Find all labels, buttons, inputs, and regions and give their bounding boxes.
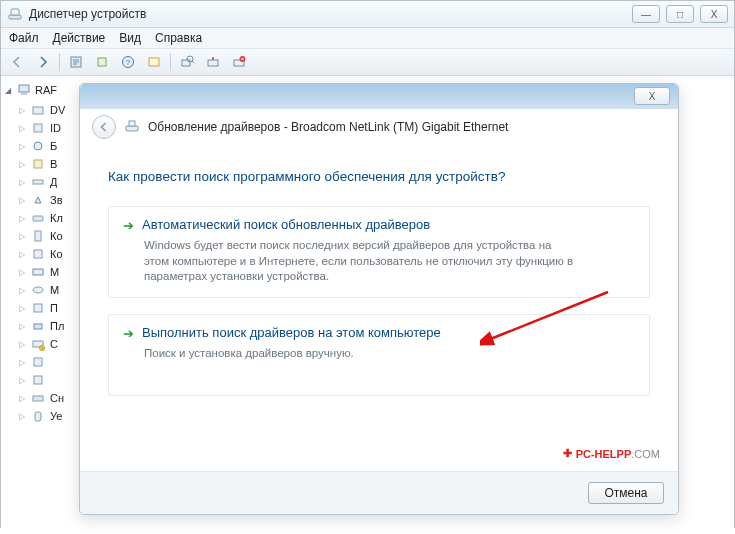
- watermark-suffix: .COM: [631, 448, 660, 460]
- dialog-close-button[interactable]: X: [634, 87, 670, 105]
- device-icon: [30, 228, 46, 244]
- window-title: Диспетчер устройств: [29, 7, 632, 21]
- device-icon: [30, 408, 46, 424]
- device-icon: [30, 354, 46, 370]
- device-manager-icon: [7, 6, 23, 22]
- expand-icon[interactable]: ▷: [17, 142, 26, 151]
- menu-action[interactable]: Действие: [53, 31, 106, 45]
- menubar: Файл Действие Вид Справка: [1, 28, 734, 49]
- option-description: Поиск и установка драйверов вручную.: [144, 346, 574, 362]
- svg-rect-31: [33, 396, 43, 401]
- option-title: Автоматический поиск обновленных драйвер…: [142, 217, 430, 232]
- device-icon: [30, 156, 46, 172]
- svg-rect-14: [33, 107, 43, 114]
- expand-icon[interactable]: ▷: [17, 232, 26, 241]
- svg-rect-17: [34, 160, 42, 168]
- cancel-button[interactable]: Отмена: [588, 482, 664, 504]
- toolbar-separator: [59, 53, 60, 71]
- expand-icon[interactable]: ▷: [17, 376, 26, 385]
- options-group: ➔ Автоматический поиск обновленных драйв…: [108, 206, 650, 396]
- device-manager-window: Диспетчер устройств — □ X Файл Действие …: [0, 0, 735, 528]
- svg-rect-0: [9, 15, 21, 19]
- menu-view[interactable]: Вид: [119, 31, 141, 45]
- menu-help[interactable]: Справка: [155, 31, 202, 45]
- toolbar-btn-3[interactable]: [142, 50, 166, 74]
- expand-icon[interactable]: ▷: [17, 340, 26, 349]
- expand-icon[interactable]: ▷: [17, 322, 26, 331]
- svg-rect-30: [34, 376, 42, 384]
- device-icon: [30, 210, 46, 226]
- svg-rect-9: [208, 60, 218, 66]
- svg-rect-32: [35, 412, 41, 421]
- device-icon: [30, 138, 46, 154]
- expand-icon[interactable]: ▷: [17, 106, 26, 115]
- dialog-body: Как провести поиск программного обеспече…: [80, 147, 678, 396]
- tree-node-label: ID: [50, 122, 61, 134]
- tree-node-label: С: [50, 338, 58, 350]
- expand-icon[interactable]: ▷: [17, 304, 26, 313]
- toolbar: ?: [1, 49, 734, 76]
- expand-icon[interactable]: ▷: [17, 214, 26, 223]
- close-button[interactable]: X: [700, 5, 728, 23]
- svg-rect-20: [35, 231, 41, 241]
- tree-node-label: Пл: [50, 320, 64, 332]
- device-icon: [30, 246, 46, 262]
- uninstall-icon[interactable]: [227, 50, 251, 74]
- maximize-button[interactable]: □: [666, 5, 694, 23]
- forward-icon[interactable]: [31, 50, 55, 74]
- back-icon[interactable]: [5, 50, 29, 74]
- tree-root-label: RAF: [35, 84, 57, 96]
- svg-rect-24: [34, 304, 42, 312]
- toolbar-separator: [170, 53, 171, 71]
- tree-node-label: М: [50, 284, 59, 296]
- svg-point-16: [34, 142, 42, 150]
- titlebar: Диспетчер устройств — □ X: [1, 1, 734, 28]
- svg-rect-15: [34, 124, 42, 132]
- computer-icon: [17, 82, 31, 98]
- toolbar-btn-2[interactable]: [90, 50, 114, 74]
- tree-node-label: Д: [50, 176, 57, 188]
- dialog-title: Обновление драйверов - Broadcom NetLink …: [148, 120, 508, 134]
- svg-rect-21: [34, 250, 42, 258]
- expand-icon[interactable]: ▷: [17, 160, 26, 169]
- help-icon[interactable]: ?: [116, 50, 140, 74]
- expand-icon[interactable]: ▷: [17, 250, 26, 259]
- back-button[interactable]: [92, 115, 116, 139]
- svg-rect-13: [21, 93, 27, 95]
- expand-icon[interactable]: ▷: [17, 394, 26, 403]
- svg-rect-29: [34, 358, 42, 366]
- window-buttons: — □ X: [632, 5, 728, 23]
- arrow-right-icon: ➔: [123, 217, 134, 234]
- option-browse-computer[interactable]: ➔ Выполнить поиск драйверов на этом комп…: [108, 314, 650, 396]
- tree-node-label: Б: [50, 140, 57, 152]
- option-auto-search[interactable]: ➔ Автоматический поиск обновленных драйв…: [108, 206, 650, 298]
- watermark: ✚ PC-HELPP.COM: [563, 447, 660, 460]
- expand-icon[interactable]: ▷: [17, 178, 26, 187]
- minimize-button[interactable]: —: [632, 5, 660, 23]
- tree-node-label: Зв: [50, 194, 63, 206]
- menu-file[interactable]: Файл: [9, 31, 39, 45]
- client-area: RAF ▷DV▷ID▷Б▷В▷Д▷Зв▷Кл▷Ко▷Ко▷М▷М▷П▷Пл▷!С…: [1, 76, 734, 531]
- expand-icon[interactable]: ▷: [17, 196, 26, 205]
- expand-icon[interactable]: ▷: [17, 124, 26, 133]
- scan-hardware-icon[interactable]: [175, 50, 199, 74]
- tree-node-label: Уе: [50, 410, 62, 422]
- expand-icon[interactable]: ▷: [17, 268, 26, 277]
- expand-icon[interactable]: ▷: [17, 358, 26, 367]
- tree-node-label: Ко: [50, 230, 63, 242]
- option-description: Windows будет вести поиск последних верс…: [144, 238, 574, 285]
- dialog-header: Обновление драйверов - Broadcom NetLink …: [80, 109, 678, 147]
- svg-rect-34: [129, 121, 135, 126]
- device-icon: [30, 318, 46, 334]
- svg-text:?: ?: [126, 58, 131, 67]
- expand-icon[interactable]: ▷: [17, 286, 26, 295]
- svg-rect-19: [33, 216, 43, 221]
- tree-node-label: DV: [50, 104, 65, 116]
- svg-rect-22: [33, 269, 43, 275]
- toolbar-btn-1[interactable]: [64, 50, 88, 74]
- dialog-footer: Отмена: [80, 471, 678, 514]
- device-icon: [30, 390, 46, 406]
- expand-icon[interactable]: ▷: [17, 412, 26, 421]
- dialog-header-icon: [124, 118, 140, 137]
- toolbar-btn-4[interactable]: [201, 50, 225, 74]
